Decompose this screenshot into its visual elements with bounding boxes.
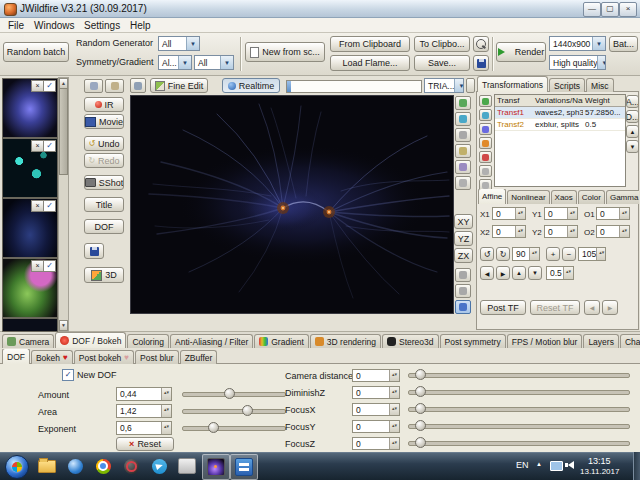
- camera-distance-slider[interactable]: [408, 369, 630, 380]
- final-transform-button[interactable]: [479, 137, 492, 149]
- taskbar-blue-app[interactable]: [230, 454, 258, 480]
- flame-preview-canvas[interactable]: [130, 95, 454, 314]
- editor-options-button[interactable]: [130, 78, 146, 93]
- slider-thumb[interactable]: [415, 420, 426, 431]
- subtab-dof[interactable]: DOF: [2, 349, 30, 364]
- fine-edit-button[interactable]: Fine Edit: [150, 78, 208, 93]
- plane-xy-button[interactable]: XY: [454, 214, 473, 229]
- table-row[interactable]: Transf2 exblur, splits 0.5: [495, 119, 625, 131]
- menu-help[interactable]: Help: [124, 19, 157, 32]
- 3d-view-button[interactable]: 3D: [84, 267, 124, 283]
- tab-layers[interactable]: Layers: [583, 334, 619, 348]
- amount-slider[interactable]: [182, 388, 286, 399]
- thumbnail-checkbox[interactable]: ✓: [43, 260, 56, 272]
- post-tf-toggle[interactable]: Post TF: [480, 300, 526, 315]
- plane-zx-button[interactable]: ZX: [454, 248, 473, 263]
- save-image-button[interactable]: [84, 243, 104, 259]
- x2-field[interactable]: 0▴▾: [492, 225, 526, 238]
- triangle-style-select[interactable]: TRIA... ▼: [424, 78, 464, 93]
- quicksave-search-button[interactable]: [473, 36, 489, 52]
- tab-camera[interactable]: Camera: [2, 334, 54, 348]
- minimize-button[interactable]: —: [583, 2, 601, 17]
- spinner-arrows-icon[interactable]: ▴▾: [389, 370, 399, 381]
- quicksave-button[interactable]: [473, 55, 489, 71]
- area-slider[interactable]: [182, 405, 286, 416]
- menu-settings[interactable]: Settings: [78, 19, 126, 32]
- canvas-tool-button-4[interactable]: [455, 144, 471, 158]
- clock-date[interactable]: 13.11.2017: [580, 467, 619, 476]
- reset-tf-button[interactable]: Reset TF: [530, 300, 580, 315]
- spinner-arrows-icon[interactable]: ▴▾: [389, 421, 399, 432]
- language-indicator[interactable]: EN: [516, 460, 529, 470]
- move-up-button[interactable]: [479, 165, 492, 177]
- tab-dof-bokeh[interactable]: DOF / Bokeh: [55, 332, 126, 348]
- movie-button[interactable]: Movie: [84, 114, 124, 129]
- tab-transformations[interactable]: Transformations: [477, 76, 548, 92]
- o1-field[interactable]: 0▴▾: [596, 207, 630, 220]
- tab-misc[interactable]: Misc: [586, 78, 613, 92]
- o2-field[interactable]: 0▴▾: [596, 225, 630, 238]
- rotate-right-button[interactable]: ↻: [496, 247, 510, 261]
- gradient-select[interactable]: All ▼: [194, 55, 234, 70]
- random-batch-button[interactable]: Random batch: [3, 42, 69, 62]
- canvas-tool-button-9[interactable]: [455, 300, 471, 314]
- canvas-tool-button-1[interactable]: [455, 96, 471, 110]
- taskbar-jwildfire[interactable]: [202, 454, 230, 480]
- network-icon[interactable]: [550, 461, 563, 471]
- move-left-button[interactable]: ◀: [480, 266, 494, 280]
- start-button[interactable]: [5, 455, 29, 479]
- undo-button[interactable]: ↺ Undo: [84, 136, 124, 151]
- thumbnail-scrollbar[interactable]: ▲ ▼: [58, 77, 69, 332]
- batch-render-button[interactable]: Bat...: [609, 36, 638, 52]
- tab-gamma[interactable]: Gamma: [606, 190, 639, 204]
- spinner-arrows-icon[interactable]: ▴▾: [389, 387, 399, 398]
- transform-add-button[interactable]: A...: [626, 95, 639, 108]
- render-button[interactable]: Render: [496, 42, 546, 62]
- tab-fps-motion-blur[interactable]: FPS / Motion blur: [507, 334, 583, 348]
- next-tf-button[interactable]: ▶: [602, 300, 618, 315]
- title-button[interactable]: Title: [84, 197, 124, 212]
- volume-icon[interactable]: [568, 461, 574, 469]
- y2-field[interactable]: 0▴▾: [544, 225, 578, 238]
- thumbnail-checkbox[interactable]: ✓: [43, 140, 56, 152]
- move-down-button[interactable]: ▼: [528, 266, 542, 280]
- prev-tf-button[interactable]: ◀: [584, 300, 600, 315]
- focusz-slider[interactable]: [408, 437, 630, 448]
- dof-quick-button[interactable]: DOF: [84, 219, 124, 234]
- subtab-bokeh[interactable]: Bokeh♥: [31, 350, 73, 364]
- canvas-tool-button-2[interactable]: [455, 112, 471, 126]
- rotate-step-field[interactable]: 90▴▾: [512, 247, 540, 261]
- table-row[interactable]: Transf1 waves2, sph3D 57.2850...: [495, 107, 625, 119]
- spinner-arrows-icon[interactable]: ▴▾: [389, 438, 399, 449]
- camera-distance-field[interactable]: 0▴▾: [352, 369, 400, 382]
- spinner-arrows-icon[interactable]: ▴▾: [529, 248, 539, 260]
- canvas-tool-button-8[interactable]: [455, 284, 471, 298]
- tray-expand-icon[interactable]: ▲: [536, 461, 542, 467]
- slider-thumb[interactable]: [208, 422, 219, 433]
- flame-thumbnail[interactable]: × ✓: [2, 198, 58, 258]
- close-button[interactable]: ×: [619, 2, 637, 17]
- slider-thumb[interactable]: [242, 405, 253, 416]
- save-flame-button[interactable]: Save...: [414, 55, 470, 71]
- scale-step-field[interactable]: 105▴▾: [578, 247, 606, 261]
- snapshot-button[interactable]: SShot: [84, 175, 124, 190]
- thumbnail-checkbox[interactable]: ✓: [43, 80, 56, 92]
- canvas-tool-button-6[interactable]: [455, 176, 471, 190]
- realtime-toggle[interactable]: Realtime: [222, 78, 280, 93]
- move-right-button[interactable]: ▶: [496, 266, 510, 280]
- focusy-field[interactable]: 0▴▾: [352, 420, 400, 433]
- spinner-arrows-icon[interactable]: ▴▾: [563, 267, 573, 279]
- spinner-arrows-icon[interactable]: ▴▾: [161, 405, 171, 417]
- exponent-slider[interactable]: [182, 422, 286, 433]
- slider-thumb[interactable]: [415, 369, 426, 380]
- tab-affine[interactable]: Affine: [478, 189, 506, 204]
- add-transform-button[interactable]: [479, 95, 492, 107]
- scroll-down-icon[interactable]: ▼: [59, 320, 68, 331]
- symmetry-select[interactable]: Al... ▼: [158, 55, 192, 70]
- scrollbar-thumb[interactable]: [59, 88, 68, 175]
- subtab-post-blur[interactable]: Post blur: [135, 350, 179, 364]
- canvas-tool-button-5[interactable]: [455, 160, 471, 174]
- taskbar-browser[interactable]: [118, 454, 144, 478]
- tab-color[interactable]: Color: [578, 190, 605, 204]
- resolution-select[interactable]: 1440x900 ▼: [549, 36, 606, 51]
